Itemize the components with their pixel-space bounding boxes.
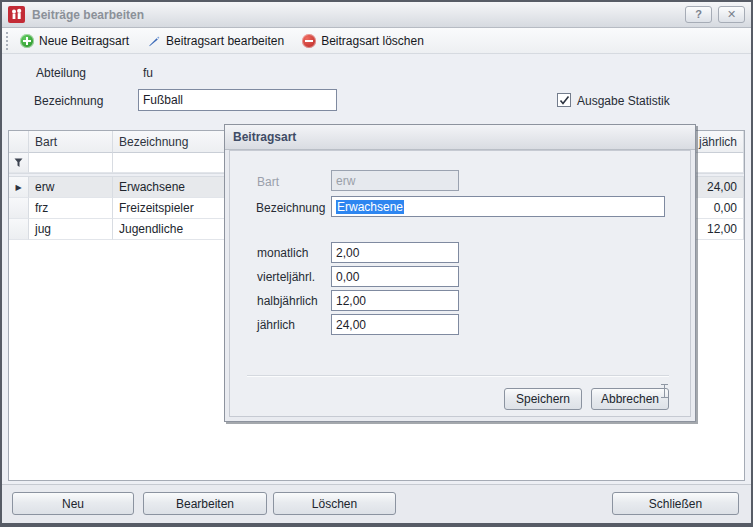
column-header-bart[interactable]: Bart bbox=[29, 131, 113, 153]
cell-jaehrlich[interactable]: 24,00 bbox=[690, 177, 744, 198]
dialog-bart-label: Bart bbox=[257, 175, 279, 189]
selected-row-arrow-icon: ▶ bbox=[15, 183, 21, 192]
row-indicator-cell: ▶ bbox=[9, 177, 29, 198]
abteilung-label: Abteilung bbox=[36, 66, 86, 80]
ausgabe-statistik-checkbox[interactable] bbox=[557, 93, 571, 107]
add-icon bbox=[20, 34, 34, 48]
row-indicator-cell bbox=[9, 219, 29, 240]
bezeichnung-input[interactable] bbox=[138, 89, 337, 111]
column-header-jaehrlich[interactable]: jährlich bbox=[690, 131, 744, 153]
cell-jaehrlich[interactable]: 12,00 bbox=[690, 219, 744, 240]
help-icon: ? bbox=[695, 8, 702, 20]
dialog-vierteljaehrl-label: vierteljährl. bbox=[257, 270, 315, 284]
row-indicator-cell bbox=[9, 198, 29, 219]
bearbeiten-button[interactable]: Bearbeiten bbox=[143, 492, 267, 515]
edit-pencil-icon bbox=[147, 34, 161, 48]
ausgabe-statistik-label: Ausgabe Statistik bbox=[577, 94, 670, 108]
cell-value: Freizeitspieler bbox=[119, 201, 194, 215]
cell-value: 24,00 bbox=[707, 180, 737, 194]
titlebar: Beiträge bearbeiten ? ✕ bbox=[2, 2, 751, 28]
window-title: Beiträge bearbeiten bbox=[32, 8, 679, 22]
app-icon bbox=[8, 6, 25, 23]
toolbar-item-label: Beitragsart löschen bbox=[321, 34, 424, 48]
dialog-bezeichnung-input[interactable]: Erwachsene bbox=[331, 196, 665, 217]
dialog-bart-input bbox=[331, 170, 459, 191]
cell-value: 12,00 bbox=[707, 222, 737, 236]
cell-value: erw bbox=[35, 180, 54, 194]
column-header-label: Bart bbox=[35, 135, 57, 149]
filter-indicator-cell[interactable] bbox=[9, 153, 29, 173]
column-header-label: jährlich bbox=[699, 135, 737, 149]
footer-panel: Neu Bearbeiten Löschen Schließen bbox=[2, 484, 751, 523]
dialog-titlebar: Beitragsart bbox=[225, 125, 695, 150]
toolbar-item-label: Beitragsart bearbeiten bbox=[166, 34, 284, 48]
bezeichnung-label: Bezeichnung bbox=[34, 94, 103, 108]
edit-beitragsart-button[interactable]: Beitragsart bearbeiten bbox=[143, 32, 292, 50]
schliessen-button[interactable]: Schließen bbox=[612, 492, 739, 515]
cell-jaehrlich[interactable]: 0,00 bbox=[690, 198, 744, 219]
dialog-bezeichnung-label: Bezeichnung bbox=[256, 201, 325, 215]
close-button[interactable]: ✕ bbox=[718, 6, 745, 23]
toolbar: Neue Beitragsart Beitragsart bearbeiten … bbox=[2, 28, 751, 54]
checkmark-icon bbox=[559, 95, 570, 106]
cell-value: frz bbox=[35, 201, 48, 215]
abteilung-value: fu bbox=[143, 66, 153, 80]
toolbar-grip bbox=[5, 32, 10, 50]
neu-button[interactable]: Neu bbox=[12, 492, 134, 515]
dialog-separator bbox=[247, 375, 669, 376]
dialog-monatlich-input[interactable] bbox=[331, 242, 459, 263]
delete-icon bbox=[302, 34, 316, 48]
delete-beitragsart-button[interactable]: Beitragsart löschen bbox=[298, 32, 432, 50]
cell-value: Jugendliche bbox=[119, 222, 183, 236]
dialog-halbjaehrlich-input[interactable] bbox=[331, 290, 459, 311]
column-header-label: Bezeichnung bbox=[119, 135, 188, 149]
header-indicator-cell bbox=[9, 131, 29, 153]
cell-value: jug bbox=[35, 222, 51, 236]
main-window: Beiträge bearbeiten ? ✕ Neue Beitragsart… bbox=[0, 0, 753, 527]
speichern-button[interactable]: Speichern bbox=[504, 388, 582, 410]
loeschen-button[interactable]: Löschen bbox=[273, 492, 396, 515]
cell-value: Erwachsene bbox=[119, 180, 185, 194]
dialog-jaehrlich-input[interactable] bbox=[331, 314, 459, 335]
dialog-vierteljaehrl-input[interactable] bbox=[331, 266, 459, 287]
dialog-title: Beitragsart bbox=[233, 130, 296, 144]
dialog-halbjaehrlich-label: halbjährlich bbox=[257, 294, 318, 308]
new-beitragsart-button[interactable]: Neue Beitragsart bbox=[16, 32, 137, 50]
dialog-jaehrlich-label: jährlich bbox=[257, 318, 295, 332]
filter-cell[interactable] bbox=[29, 153, 113, 173]
cell-bart[interactable]: erw bbox=[29, 177, 113, 198]
filter-funnel-icon bbox=[14, 158, 23, 168]
filter-cell[interactable] bbox=[690, 153, 744, 173]
cell-bart[interactable]: frz bbox=[29, 198, 113, 219]
abbrechen-button[interactable]: Abbrechen bbox=[591, 388, 669, 410]
beitragsart-dialog: Beitragsart Bart Bezeichnung Erwachsene … bbox=[224, 124, 696, 422]
toolbar-item-label: Neue Beitragsart bbox=[39, 34, 129, 48]
dialog-monatlich-label: monatlich bbox=[257, 246, 308, 260]
close-icon: ✕ bbox=[727, 8, 736, 20]
selected-text: Erwachsene bbox=[336, 200, 404, 214]
cell-bart[interactable]: jug bbox=[29, 219, 113, 240]
help-button[interactable]: ? bbox=[685, 6, 712, 23]
cell-value: 0,00 bbox=[714, 201, 737, 215]
